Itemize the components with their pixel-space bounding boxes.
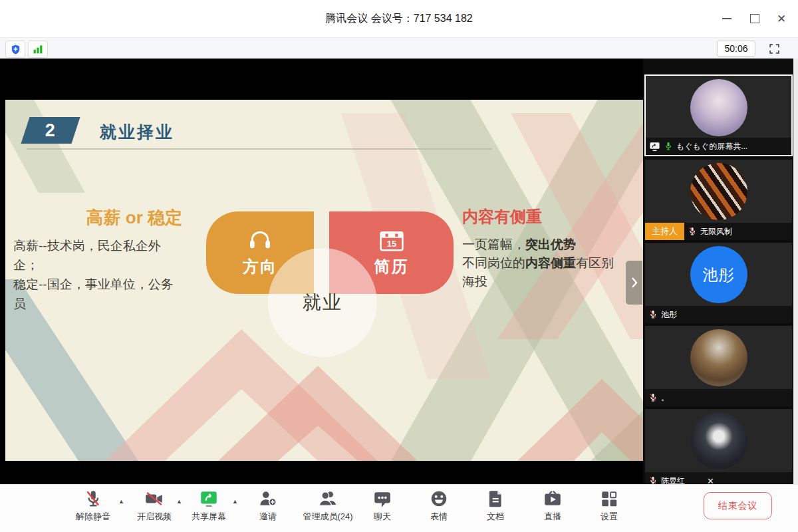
participant-namebar: 主持人 无限风制 bbox=[645, 223, 792, 240]
avatar bbox=[690, 79, 747, 136]
documents-label: 文档 bbox=[487, 511, 504, 523]
avatar bbox=[690, 163, 747, 220]
avatar bbox=[690, 329, 747, 386]
security-shield-button[interactable] bbox=[5, 41, 25, 58]
fullscreen-icon bbox=[768, 43, 781, 55]
participant-name: 。 bbox=[661, 392, 669, 404]
right-line-3: 海投 bbox=[462, 273, 622, 291]
minimize-icon bbox=[722, 18, 732, 19]
minimize-button[interactable] bbox=[717, 9, 737, 28]
avatar-initials: 池彤 bbox=[703, 265, 735, 285]
invite-button[interactable]: 邀请 bbox=[238, 488, 298, 523]
chat-bubble-icon bbox=[372, 489, 392, 509]
titlebar: 腾讯会议 会议号：717 534 182 ✕ bbox=[0, 0, 798, 37]
participant-namebar: 。 bbox=[645, 389, 792, 406]
manage-members-label: 管理成员(24) bbox=[303, 511, 352, 523]
svg-text:15: 15 bbox=[386, 239, 396, 249]
participant-namebar: もぐもぐ的屏幕共... bbox=[646, 138, 791, 155]
participant-tile[interactable]: 。 bbox=[645, 326, 792, 406]
mic-muted-icon bbox=[688, 227, 697, 236]
direction-label: 方向 bbox=[243, 256, 277, 277]
meeting-window: 腾讯会议 会议号：717 534 182 ✕ 50:06 bbox=[0, 0, 798, 532]
camera-off-icon bbox=[144, 489, 164, 509]
screen-share-icon bbox=[649, 142, 660, 152]
share-screen-icon bbox=[199, 489, 219, 509]
window-title: 腾讯会议 会议号：717 534 182 bbox=[0, 12, 798, 26]
participants-sidebar: もぐもぐ的屏幕共... 主持人 无限风制 池彤 池彤 。 bbox=[643, 59, 798, 484]
participant-tile[interactable]: 池彤 池彤 bbox=[645, 243, 792, 323]
chat-button[interactable]: 聊天 bbox=[352, 488, 412, 523]
left-heading: 高薪 or 稳定 bbox=[13, 206, 185, 229]
share-options-arrow[interactable]: ▲ bbox=[232, 498, 238, 505]
employment-circle: 就业 bbox=[268, 248, 377, 357]
meeting-timer: 50:06 bbox=[717, 41, 755, 57]
mic-muted-icon bbox=[648, 310, 658, 319]
quickbar: 50:06 bbox=[0, 37, 798, 59]
settings-button[interactable]: 设置 bbox=[579, 488, 639, 523]
emoji-label: 表情 bbox=[430, 511, 448, 523]
participant-tile[interactable]: 主持人 无限风制 bbox=[645, 160, 792, 240]
presentation-slide: 2 就业择业 高薪 or 稳定 高薪--技术岗，民企私企外企； 稳定--国企，事… bbox=[5, 100, 643, 461]
participant-namebar: 池彤 bbox=[645, 306, 792, 323]
participant-tile[interactable]: 陈昱红 ✕ bbox=[645, 409, 792, 484]
share-screen-label: 共享屏幕 bbox=[192, 511, 226, 523]
right-line-1: 一页篇幅，突出优势 bbox=[462, 235, 622, 254]
settings-grid-icon bbox=[599, 489, 619, 509]
right-line-2: 不同岗位的内容侧重有区别 bbox=[462, 254, 622, 273]
maximize-button[interactable] bbox=[745, 9, 765, 28]
unmute-button[interactable]: 解除静音 bbox=[63, 488, 123, 523]
fullscreen-button[interactable] bbox=[765, 41, 783, 57]
mic-on-icon bbox=[664, 142, 673, 151]
chevron-right-icon bbox=[630, 276, 638, 289]
section-number-badge: 2 bbox=[21, 117, 80, 144]
mic-options-arrow[interactable]: ▲ bbox=[118, 498, 124, 505]
next-page-button[interactable] bbox=[626, 261, 642, 305]
participant-name: 无限风制 bbox=[700, 226, 732, 237]
start-video-button[interactable]: 开启视频 bbox=[124, 488, 184, 523]
emoji-button[interactable]: 表情 bbox=[409, 488, 469, 523]
headphones-icon bbox=[247, 228, 273, 251]
mic-muted-icon bbox=[648, 476, 658, 484]
live-tv-icon bbox=[543, 489, 563, 509]
settings-label: 设置 bbox=[600, 511, 618, 523]
left-line-1: 高薪--技术岗，民企私企外企； bbox=[13, 236, 185, 275]
resume-label: 简历 bbox=[374, 256, 409, 277]
shield-icon bbox=[10, 44, 21, 55]
title-underline bbox=[27, 148, 492, 150]
network-signal-button[interactable] bbox=[28, 41, 48, 58]
mic-muted-icon bbox=[83, 489, 103, 509]
shared-screen-stage: 2 就业择业 高薪 or 稳定 高薪--技术岗，民企私企外企； 稳定--国企，事… bbox=[0, 59, 643, 484]
slide-title: 就业择业 bbox=[100, 121, 174, 143]
participant-tile[interactable]: もぐもぐ的屏幕共... bbox=[644, 74, 793, 156]
host-badge: 主持人 bbox=[645, 223, 684, 240]
close-button[interactable]: ✕ bbox=[771, 9, 791, 28]
start-video-label: 开启视频 bbox=[137, 511, 172, 523]
live-stream-button[interactable]: 直播 bbox=[523, 488, 583, 523]
left-text-block: 高薪 or 稳定 高薪--技术岗，民企私企外企； 稳定--国企，事业单位，公务员 bbox=[13, 206, 185, 313]
chat-label: 聊天 bbox=[374, 511, 391, 523]
document-icon bbox=[485, 489, 505, 509]
calendar-15-icon: 15 bbox=[379, 229, 404, 252]
share-screen-button[interactable]: 共享屏幕 bbox=[179, 488, 239, 523]
participant-name: もぐもぐ的屏幕共... bbox=[676, 141, 747, 152]
left-line-2: 稳定--国企，事业单位，公务员 bbox=[13, 275, 185, 313]
avatar: 池彤 bbox=[690, 246, 747, 303]
live-stream-label: 直播 bbox=[544, 511, 561, 523]
participant-name: 池彤 bbox=[661, 309, 677, 321]
end-meeting-button[interactable]: 结束会议 bbox=[704, 492, 772, 519]
avatar bbox=[690, 412, 747, 469]
close-icon: ✕ bbox=[777, 13, 786, 25]
signal-bars-icon bbox=[33, 45, 43, 54]
smiley-icon bbox=[429, 489, 449, 509]
documents-button[interactable]: 文档 bbox=[466, 488, 525, 523]
right-text-block: 内容有侧重 一页篇幅，突出优势 不同岗位的内容侧重有区别 海投 bbox=[462, 206, 622, 291]
sidebar-scrollbar[interactable] bbox=[793, 59, 798, 484]
participant-name: 陈昱红 bbox=[661, 475, 685, 485]
right-heading: 内容有侧重 bbox=[462, 206, 622, 227]
invite-label: 邀请 bbox=[259, 511, 277, 523]
participant-namebar: 陈昱红 ✕ bbox=[645, 472, 792, 484]
maximize-icon bbox=[750, 14, 759, 23]
bottom-toolbar: 解除静音 ▲ 开启视频 ▲ 共享屏幕 ▲ 邀请 管理成员(24) 聊天 表情 bbox=[0, 484, 798, 532]
mic-muted-icon bbox=[648, 393, 658, 402]
dismiss-icon[interactable]: ✕ bbox=[707, 476, 714, 485]
